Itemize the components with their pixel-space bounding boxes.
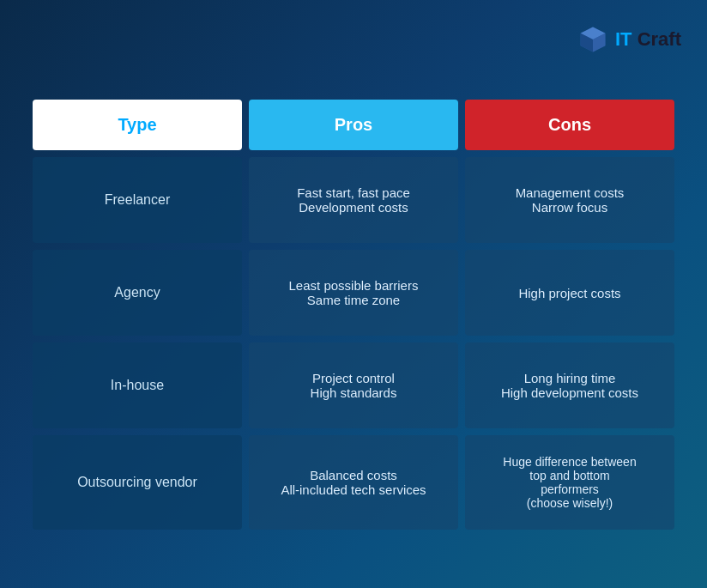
logo: IT Craft [577, 24, 681, 55]
cons-inhouse: Long hiring timeHigh development costs [465, 342, 674, 428]
table-row: In-house Project controlHigh standards L… [33, 342, 674, 428]
pros-agency: Least possible barriersSame time zone [249, 250, 458, 336]
cons-outsourcing: Huge difference betweentop and bottomper… [465, 435, 674, 530]
header-cons: Cons [465, 100, 674, 150]
cons-agency: High project costs [465, 250, 674, 336]
logo-text: IT Craft [615, 28, 681, 51]
header-type: Type [33, 100, 242, 150]
type-freelancer: Freelancer [33, 157, 242, 243]
pros-freelancer: Fast start, fast paceDevelopment costs [249, 157, 458, 243]
logo-icon [577, 24, 608, 55]
type-outsourcing: Outsourcing vendor [33, 435, 242, 530]
header-pros: Pros [249, 100, 458, 150]
table-row: Freelancer Fast start, fast paceDevelopm… [33, 157, 674, 243]
table-row: Outsourcing vendor Balanced costsAll-inc… [33, 435, 674, 530]
cons-freelancer: Management costsNarrow focus [465, 157, 674, 243]
pros-inhouse: Project controlHigh standards [249, 342, 458, 428]
pros-outsourcing: Balanced costsAll-included tech services [249, 435, 458, 530]
type-inhouse: In-house [33, 342, 242, 428]
type-agency: Agency [33, 250, 242, 336]
comparison-table: Type Pros Cons Freelancer Fast start, fa… [26, 93, 681, 562]
table-row: Agency Least possible barriersSame time … [33, 250, 674, 336]
